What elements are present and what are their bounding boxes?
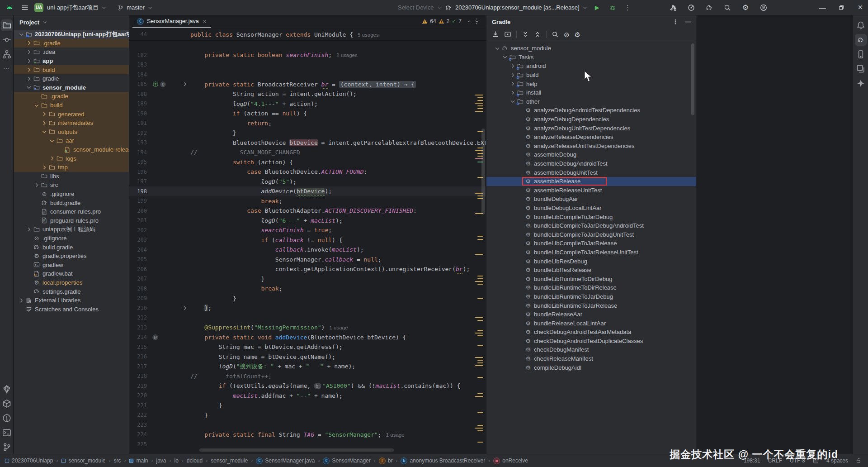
project-panel-header[interactable]: Project bbox=[14, 15, 129, 29]
next-problem-icon[interactable] bbox=[474, 19, 480, 24]
device-phone-icon[interactable] bbox=[855, 48, 867, 60]
breadcrumb-item[interactable]: src bbox=[113, 457, 121, 464]
project-folder-icon[interactable] bbox=[1, 19, 13, 31]
code-line[interactable]: 209 } bbox=[129, 294, 486, 304]
project-avatar[interactable]: UA bbox=[34, 3, 43, 12]
code-line[interactable]: 193 BluetoothDevice btDevice = intent.ge… bbox=[129, 138, 486, 148]
code-line[interactable]: 216 String name = btDevice.getName(); bbox=[129, 352, 486, 362]
gradle-task-row[interactable]: ⚙assembleReleaseUnitTest bbox=[486, 186, 697, 195]
fold-chevron-icon[interactable] bbox=[182, 81, 190, 87]
gradle-task-row[interactable]: ⚙bundleLibCompileToJarReleaseUnitTest bbox=[486, 248, 697, 257]
code-line[interactable]: 210 }; bbox=[129, 303, 486, 313]
code-line[interactable]: 224 private static final String TAG = "S… bbox=[129, 430, 486, 440]
gradle-task-row[interactable]: ⚙bundleDebugLocalLintAar bbox=[486, 204, 697, 213]
gradle-task-row[interactable]: ⚙install bbox=[486, 88, 697, 97]
build-hammer-icon[interactable] bbox=[667, 2, 679, 14]
tab-sensormanager-java[interactable]: C SensorManager.java × bbox=[132, 15, 211, 28]
project-tree-row[interactable]: gradle bbox=[14, 74, 129, 83]
gradle-task-row[interactable]: ⚙analyzeReleaseUnitTestDependencies bbox=[486, 142, 697, 151]
code-area[interactable]: 182 private static boolean searchFinish;… bbox=[129, 40, 486, 454]
code-line[interactable]: 191 return; bbox=[129, 119, 486, 129]
gradle-task-row[interactable]: ⚙bundleLibRuntimeToJarRelease bbox=[486, 301, 697, 310]
breadcrumb-item[interactable]: fbr bbox=[379, 457, 393, 464]
breadcrumb-item[interactable]: java bbox=[156, 457, 166, 464]
code-line[interactable]: 207 } bbox=[129, 274, 486, 284]
code-line[interactable]: 206 context.getApplicationContext().unre… bbox=[129, 264, 486, 274]
project-tree-row[interactable]: intermediates bbox=[14, 119, 129, 128]
breadcrumb-item[interactable]: dcloud bbox=[187, 457, 203, 464]
breadcrumb-item[interactable]: CSensorManager bbox=[323, 457, 370, 464]
project-tree-row[interactable]: .idea bbox=[14, 48, 129, 57]
code-line[interactable]: 198 addDevice(btDevice); bbox=[129, 186, 486, 196]
project-tree-row[interactable]: sensor_module bbox=[14, 83, 129, 92]
project-tree-row[interactable]: src bbox=[14, 181, 129, 190]
code-line[interactable]: 225 bbox=[129, 439, 486, 449]
terminal-icon[interactable] bbox=[1, 427, 13, 438]
gradle-task-row[interactable]: ⚙bundleDebugAar bbox=[486, 195, 697, 204]
project-tree-row[interactable]: build bbox=[14, 65, 129, 74]
tree-arrow-icon[interactable] bbox=[509, 81, 516, 87]
run-configuration-selector[interactable]: 20230706Uniapp:sensor_module [as...Relea… bbox=[455, 4, 588, 11]
gradle-task-row[interactable]: ⚙bundleLibCompileToJarDebug bbox=[486, 212, 697, 221]
close-tab-icon[interactable]: × bbox=[203, 18, 207, 25]
code-line[interactable]: 218// totalCount++; bbox=[129, 372, 486, 381]
expand-arrow-icon[interactable] bbox=[33, 182, 40, 188]
device-selector[interactable]: Select Device bbox=[398, 0, 443, 15]
code-line[interactable]: 213 @SuppressLint("MissingPermission")1 … bbox=[129, 323, 486, 333]
vcs-branch-selector[interactable]: master bbox=[118, 4, 153, 11]
settings-gear-icon[interactable]: ⚙ bbox=[740, 2, 751, 14]
expand-arrow-icon[interactable] bbox=[48, 155, 56, 162]
expand-arrow-icon[interactable] bbox=[25, 67, 33, 73]
project-tree-row[interactable]: ⚙gradle.properties bbox=[14, 252, 129, 261]
editor-vertical-scrollbar[interactable] bbox=[481, 129, 485, 214]
prev-problem-icon[interactable] bbox=[467, 19, 472, 24]
expand-arrow-icon[interactable] bbox=[25, 49, 33, 55]
ai-sparkle-icon[interactable] bbox=[855, 77, 867, 89]
collapse-arrow-icon[interactable] bbox=[48, 138, 56, 144]
project-tree-row[interactable]: consumer-rules.pro bbox=[14, 207, 129, 216]
profiler-icon[interactable] bbox=[685, 2, 697, 14]
collapse-arrow-icon[interactable] bbox=[33, 102, 40, 109]
code-line[interactable]: 204 callback.invoke(macList); bbox=[129, 245, 486, 255]
breadcrumb-item[interactable]: io bbox=[175, 457, 179, 464]
gradle-task-row[interactable]: ⚙assembleDebugAndroidTest bbox=[486, 159, 697, 168]
gradle-task-row[interactable]: sensor_module bbox=[486, 44, 697, 53]
gradle-task-row[interactable]: ⚙other bbox=[486, 97, 697, 106]
gradle-settings-icon[interactable]: ⚙ bbox=[575, 31, 580, 38]
gradle-elephant-icon[interactable] bbox=[855, 34, 867, 46]
close-button[interactable]: × bbox=[853, 0, 868, 15]
gradle-task-row[interactable]: ⚙bundleReleaseAar bbox=[486, 310, 697, 319]
code-line[interactable]: 215 String mac = btDevice.getAddress(); bbox=[129, 342, 486, 352]
project-tree-row[interactable]: generated bbox=[14, 110, 129, 119]
expand-arrow-icon[interactable] bbox=[25, 58, 33, 64]
project-tree-row[interactable]: app bbox=[14, 57, 129, 66]
tree-arrow-icon[interactable] bbox=[509, 63, 516, 69]
breadcrumb-item[interactable]: monReceive bbox=[493, 457, 528, 464]
gradle-task-row[interactable]: ⚙bundleLibCompileToJarRelease bbox=[486, 239, 697, 248]
project-tree-row[interactable]: settings.gradle bbox=[14, 287, 129, 296]
gradle-task-row[interactable]: ⚙checkDebugAndroidTestDuplicateClasses bbox=[486, 337, 697, 346]
code-line[interactable]: 214@ private static void addDevice(Bluet… bbox=[129, 333, 486, 343]
restore-button[interactable] bbox=[834, 0, 849, 15]
gradle-task-row[interactable]: ⚙bundleLibCompileToJarDebugUnitTest bbox=[486, 230, 697, 239]
git-branch-icon[interactable] bbox=[1, 441, 13, 453]
code-line[interactable]: 192 } bbox=[129, 128, 486, 138]
expand-all-icon[interactable] bbox=[522, 31, 529, 38]
project-tree-row[interactable]: 20230706Uniapp[uni-app打包aar项目]D:\3 bbox=[14, 30, 129, 39]
project-tree-row[interactable]: Scratches and Consoles bbox=[14, 305, 129, 314]
account-icon[interactable] bbox=[758, 2, 769, 14]
sync-download-icon[interactable] bbox=[492, 31, 499, 38]
problems-icon[interactable] bbox=[1, 412, 13, 424]
gradle-task-row[interactable]: ⚙checkDebugManifest bbox=[486, 345, 697, 354]
collapse-arrow-icon[interactable] bbox=[25, 84, 33, 91]
project-tree-row[interactable]: sensor_module-release.aar bbox=[14, 145, 129, 154]
expand-arrow-icon[interactable] bbox=[41, 164, 48, 171]
code-line[interactable]: 184 bbox=[129, 70, 486, 80]
code-line[interactable]: 190 if (action == null) { bbox=[129, 109, 486, 119]
debug-button[interactable] bbox=[607, 2, 618, 14]
gradle-task-row[interactable]: ⚙android bbox=[486, 62, 697, 71]
notifications-bell-icon[interactable] bbox=[855, 19, 867, 31]
tree-arrow-icon[interactable] bbox=[501, 54, 509, 60]
offline-mode-icon[interactable]: ⊘ bbox=[564, 31, 570, 38]
project-tree-row[interactable]: build bbox=[14, 101, 129, 110]
